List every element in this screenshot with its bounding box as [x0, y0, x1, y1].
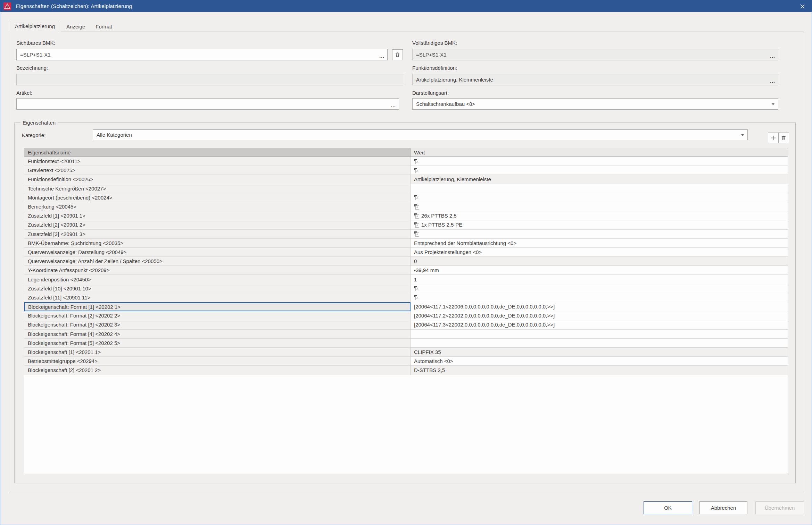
property-value-cell[interactable]: A1x PTTBS 2,5-PE — [411, 220, 788, 229]
property-name-cell[interactable]: Blockeigenschaft [1] <20201 1> — [24, 348, 411, 357]
table-row: Blockeigenschaft: Format [5] <20202 5> — [24, 339, 788, 348]
column-header-wert[interactable]: Wert — [411, 148, 788, 156]
table-row: Y-Koordinate Anfasspunkt <20209>-39,94 m… — [24, 266, 788, 275]
app-icon — [3, 2, 11, 10]
property-value-cell[interactable]: [20064<117,2<22002,0,0,0,0,0,0,0,0,de_DE… — [411, 311, 788, 320]
table-row: BMK-Übernahme: Suchrichtung <20035>Entsp… — [24, 239, 788, 248]
property-value-cell[interactable] — [411, 339, 788, 348]
property-name-cell[interactable]: Legendenposition <20450> — [24, 275, 411, 284]
property-value-text: [20064<117,3<22002,0,0,0,0,0,0,0,0,de_DE… — [414, 322, 555, 328]
chevron-down-icon — [772, 103, 774, 105]
property-name-cell[interactable]: Blockeigenschaft: Format [1] <20202 1> — [24, 302, 411, 311]
property-name-cell[interactable]: Zusatzfeld [1] <20901 1> — [24, 211, 411, 220]
property-name-cell[interactable]: BMK-Übernahme: Suchrichtung <20035> — [24, 239, 411, 248]
property-name-cell[interactable]: Zusatzfeld [2] <20901 2> — [24, 220, 411, 229]
property-name-cell[interactable]: Blockeigenschaft: Format [5] <20202 5> — [24, 339, 411, 348]
table-row: Funktionsdefinition <20026>Artikelplatzi… — [24, 175, 788, 184]
vollstaendiges-bmk-field[interactable]: =SLP+S1-X1 ... — [412, 49, 778, 60]
property-value-cell[interactable]: A — [411, 157, 788, 166]
property-value-text: CLIPFIX 35 — [414, 349, 441, 355]
property-name-cell[interactable]: Funktionsdefinition <20026> — [24, 175, 411, 184]
tab-anzeige[interactable]: Anzeige — [61, 22, 90, 32]
table-row: Bemerkung <20045>A — [24, 202, 788, 211]
property-value-cell[interactable]: A — [411, 202, 788, 211]
chevron-down-icon — [741, 134, 744, 136]
property-name-cell[interactable]: Zusatzfeld [11] <20901 11> — [24, 293, 411, 302]
column-header-eigenschaftsname[interactable]: Eigenschaftsname — [24, 148, 411, 156]
property-name-cell[interactable]: Querverweisanzeige: Anzahl der Zeilen / … — [24, 257, 411, 266]
property-value-cell[interactable]: -39,94 mm — [411, 266, 788, 275]
property-value-cell[interactable]: CLIPFIX 35 — [411, 348, 788, 357]
property-name-cell[interactable]: Blockeigenschaft: Format [3] <20202 3> — [24, 320, 411, 329]
property-value-cell[interactable]: A26x PTTBS 2,5 — [411, 211, 788, 220]
table-row: Blockeigenschaft: Format [1] <20202 1>[2… — [24, 302, 788, 311]
browse-icon[interactable]: ... — [770, 79, 775, 84]
property-value-text: 1x PTTBS 2,5-PE — [421, 222, 462, 228]
property-value-cell[interactable]: [20064<117,1<22006,0,0,0,0,0,0,0,0,de_DE… — [411, 302, 788, 311]
browse-icon[interactable]: ... — [379, 54, 384, 59]
multilanguage-text-icon: A — [414, 213, 419, 219]
ok-button[interactable]: OK — [644, 501, 692, 514]
table-row: Querverweisanzeige: Darstellung <20049>A… — [24, 248, 788, 257]
table-row: Querverweisanzeige: Anzahl der Zeilen / … — [24, 257, 788, 266]
property-value-text: 0 — [414, 258, 417, 264]
property-value-cell[interactable]: 0 — [411, 257, 788, 266]
property-name-cell[interactable]: Zusatzfeld [10] <20901 10> — [24, 284, 411, 293]
property-value-text: -39,94 mm — [414, 267, 439, 273]
property-name-cell[interactable]: Querverweisanzeige: Darstellung <20049> — [24, 248, 411, 257]
property-value-cell[interactable]: Aus Projekteinstellungen <0> — [411, 248, 788, 257]
funktionsdefinition-field[interactable]: Artikelplatzierung, Klemmenleiste ... — [412, 74, 778, 85]
property-name-cell[interactable]: Zusatzfeld [3] <20901 3> — [24, 230, 411, 239]
table-body: Funktionstext <20011>AGraviertext <20025… — [24, 157, 788, 375]
delete-bmk-button[interactable] — [392, 49, 403, 60]
property-name-cell[interactable]: Betriebsmittelgruppe <20294> — [24, 357, 411, 366]
property-value-cell[interactable]: A — [411, 166, 788, 175]
property-value-cell[interactable]: Automatisch <0> — [411, 357, 788, 366]
property-value-cell[interactable]: [20064<117,3<22002,0,0,0,0,0,0,0,0,de_DE… — [411, 320, 788, 329]
property-name-cell[interactable]: Funktionstext <20011> — [24, 157, 411, 166]
property-name-cell[interactable]: Graviertext <20025> — [24, 166, 411, 175]
dialog-title: Eigenschaften (Schaltzeichen): Artikelpl… — [16, 3, 132, 9]
vollstaendiges-bmk-value: =SLP+S1-X1 — [416, 52, 447, 58]
artikel-label: Artikel: — [16, 90, 32, 97]
property-value-cell[interactable]: A — [411, 193, 788, 202]
table-row: Zusatzfeld [10] <20901 10>A — [24, 284, 788, 293]
property-name-cell[interactable]: Y-Koordinate Anfasspunkt <20209> — [24, 266, 411, 275]
property-name-cell[interactable]: Montageort (beschreibend) <20024> — [24, 193, 411, 202]
darstellungsart-select[interactable]: Schaltschrankaufbau <8> — [412, 98, 778, 110]
property-value-cell[interactable]: A — [411, 293, 788, 302]
property-name-cell[interactable]: Blockeigenschaft: Format [2] <20202 2> — [24, 311, 411, 320]
table-row: Blockeigenschaft: Format [3] <20202 3>[2… — [24, 320, 788, 329]
property-value-cell[interactable] — [411, 330, 788, 339]
eigenschaften-group-label: Eigenschaften — [20, 120, 58, 126]
tab-format[interactable]: Format — [90, 22, 117, 32]
property-value-cell[interactable]: 1 — [411, 275, 788, 284]
property-name-cell[interactable]: Technische Kenngrößen <20027> — [24, 184, 411, 193]
tab-artikelplatzierung[interactable]: Artikelplatzierung — [9, 21, 61, 32]
artikel-field[interactable]: ... — [16, 98, 399, 110]
multilanguage-text-icon: A — [414, 195, 419, 200]
browse-icon[interactable]: ... — [391, 103, 396, 108]
multilanguage-text-icon: A — [414, 159, 419, 164]
apply-button[interactable]: Übernehmen — [755, 501, 804, 514]
property-value-cell[interactable]: Entsprechend der Normblattausrichtung <0… — [411, 239, 788, 248]
property-value-cell[interactable]: D-STTBS 2,5 — [411, 366, 788, 375]
browse-icon[interactable]: ... — [770, 54, 775, 59]
property-name-cell[interactable]: Blockeigenschaft: Format [4] <20202 4> — [24, 330, 411, 339]
property-value-cell[interactable] — [411, 184, 788, 193]
property-value-cell[interactable]: A — [411, 230, 788, 239]
property-value-cell[interactable]: Artikelplatzierung, Klemmenleiste — [411, 175, 788, 184]
property-value-text: Entsprechend der Normblattausrichtung <0… — [414, 240, 516, 246]
table-row: Zusatzfeld [11] <20901 11>A — [24, 293, 788, 302]
sichtbares-bmk-field[interactable]: =SLP+S1-X1 ... — [16, 49, 388, 60]
cancel-button[interactable]: Abbrechen — [699, 501, 747, 514]
kategorie-select[interactable]: Alle Kategorien — [93, 129, 748, 140]
bezeichnung-field[interactable] — [16, 74, 403, 85]
add-property-button[interactable] — [768, 133, 779, 143]
property-value-cell[interactable]: A — [411, 284, 788, 293]
property-name-cell[interactable]: Blockeigenschaft [2] <20201 2> — [24, 366, 411, 375]
close-icon[interactable] — [797, 2, 807, 10]
property-value-text: [20064<117,2<22002,0,0,0,0,0,0,0,0,de_DE… — [414, 313, 555, 319]
delete-property-button[interactable] — [778, 133, 789, 143]
property-name-cell[interactable]: Bemerkung <20045> — [24, 202, 411, 211]
